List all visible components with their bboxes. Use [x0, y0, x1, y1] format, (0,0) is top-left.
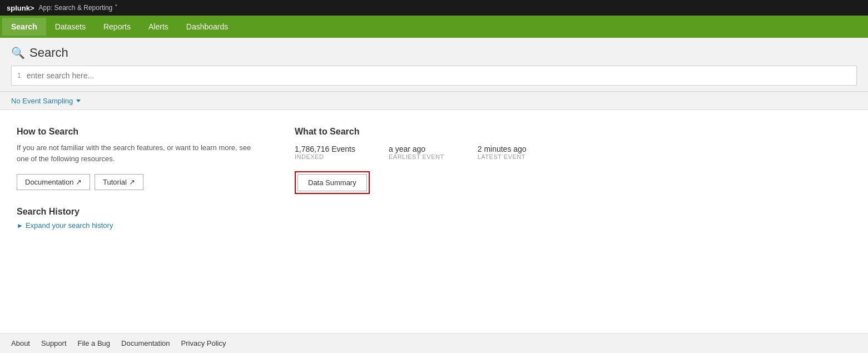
- top-bar: splunk> App: Search & Reporting ˅: [0, 0, 868, 16]
- how-to-search-desc: If you are not familiar with the search …: [17, 142, 261, 164]
- events-count: 1,786,716 Events: [295, 145, 355, 153]
- nav-datasets[interactable]: Datasets: [46, 18, 95, 36]
- footer-documentation[interactable]: Documentation: [121, 339, 170, 347]
- splunk-logo: splunk>: [7, 4, 34, 12]
- search-icon: 🔍: [11, 46, 25, 59]
- main-content: How to Search If you are not familiar wi…: [0, 110, 868, 246]
- stats-row: 1,786,716 Events INDEXED a year ago EARL…: [295, 145, 851, 160]
- earliest-event-label: EARLIEST EVENT: [389, 153, 444, 160]
- app-label: App: Search & Reporting ˅: [39, 4, 118, 12]
- what-to-search-title: What to Search: [295, 127, 851, 137]
- events-indexed-label: INDEXED: [295, 153, 355, 160]
- sampling-bar: No Event Sampling: [0, 92, 868, 110]
- left-column: How to Search If you are not familiar wi…: [17, 127, 261, 230]
- how-to-search-title: How to Search: [17, 127, 261, 137]
- events-indexed-stat: 1,786,716 Events INDEXED: [295, 145, 355, 160]
- page-title-text: Search: [29, 46, 68, 60]
- right-column: What to Search 1,786,716 Events INDEXED …: [295, 127, 851, 230]
- earliest-event-stat: a year ago EARLIEST EVENT: [389, 145, 444, 160]
- nav-dashboards[interactable]: Dashboards: [177, 18, 237, 36]
- footer-about[interactable]: About: [11, 339, 30, 347]
- nav-search[interactable]: Search: [2, 18, 46, 36]
- footer-support[interactable]: Support: [41, 339, 67, 347]
- how-to-search-buttons: Documentation ↗ Tutorial ↗: [17, 174, 261, 190]
- footer-file-bug[interactable]: File a Bug: [78, 339, 111, 347]
- documentation-button[interactable]: Documentation ↗: [17, 174, 90, 190]
- search-header: 🔍 Search 1: [0, 38, 868, 92]
- sampling-label: No Event Sampling: [11, 97, 73, 105]
- event-sampling-dropdown[interactable]: No Event Sampling: [11, 97, 81, 105]
- search-history-title: Search History: [17, 207, 261, 217]
- footer: About Support File a Bug Documentation P…: [0, 333, 868, 353]
- page-title: 🔍 Search: [11, 46, 857, 60]
- expand-search-history[interactable]: ► Expand your search history: [17, 221, 261, 230]
- data-summary-button[interactable]: Data Summary: [297, 174, 367, 191]
- footer-privacy[interactable]: Privacy Policy: [181, 339, 226, 347]
- chevron-right-icon: ►: [17, 222, 23, 230]
- chevron-down-icon: [76, 100, 81, 102]
- earliest-value: a year ago: [389, 145, 444, 153]
- line-number: 1: [17, 72, 21, 79]
- expand-label: Expand your search history: [26, 221, 113, 230]
- search-input-row[interactable]: 1: [11, 66, 857, 86]
- nav-reports[interactable]: Reports: [95, 18, 140, 36]
- search-input[interactable]: [27, 71, 851, 80]
- latest-event-label: LATEST EVENT: [478, 153, 527, 160]
- nav-bar: Search Datasets Reports Alerts Dashboard…: [0, 16, 868, 38]
- latest-event-stat: 2 minutes ago LATEST EVENT: [478, 145, 527, 160]
- latest-value: 2 minutes ago: [478, 145, 527, 153]
- data-summary-highlight: Data Summary: [295, 171, 370, 194]
- tutorial-button[interactable]: Tutorial ↗: [95, 174, 143, 190]
- nav-alerts[interactable]: Alerts: [140, 18, 177, 36]
